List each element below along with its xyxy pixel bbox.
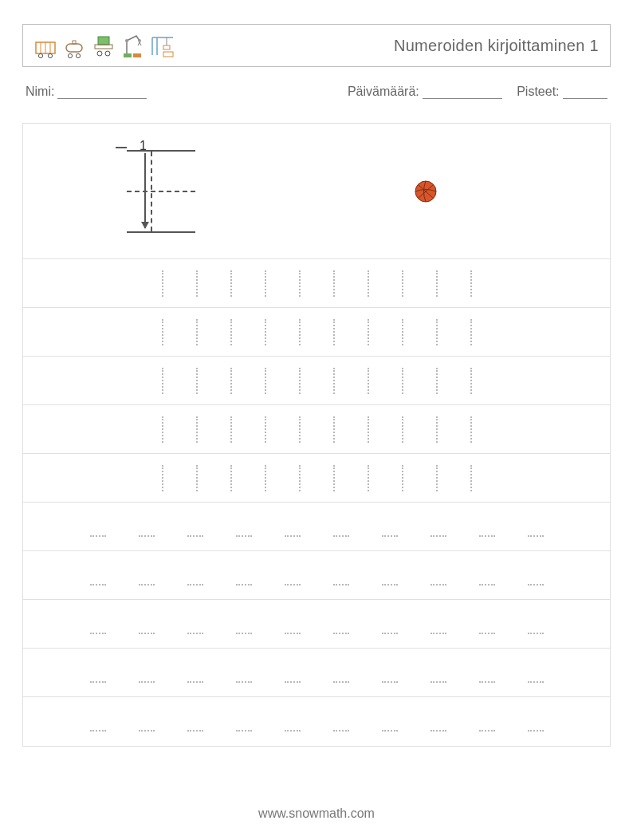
blank-write-cell[interactable] [187, 708, 203, 735]
blank-write-cell[interactable] [187, 514, 203, 540]
blank-write-cell[interactable] [139, 514, 155, 540]
trace-one-cell[interactable] [196, 319, 198, 345]
blank-write-cell[interactable] [187, 660, 203, 686]
trace-one-cell[interactable] [230, 319, 232, 345]
trace-one-cell[interactable] [162, 319, 163, 345]
trace-one-cell[interactable] [436, 319, 438, 345]
blank-write-cell[interactable] [431, 708, 446, 735]
trace-one-cell[interactable] [196, 270, 198, 297]
trace-one-cell[interactable] [402, 465, 403, 491]
blank-write-cell[interactable] [90, 514, 106, 540]
blank-write-cell[interactable] [139, 660, 155, 686]
trace-one-cell[interactable] [265, 465, 266, 491]
blank-write-cell[interactable] [187, 562, 203, 589]
blank-write-cell[interactable] [139, 562, 155, 589]
trace-one-cell[interactable] [470, 319, 472, 345]
blank-write-cell[interactable] [139, 611, 155, 637]
blank-write-cell[interactable] [528, 708, 544, 735]
trace-one-cell[interactable] [436, 368, 438, 394]
date-blank[interactable] [423, 98, 502, 99]
trace-one-cell[interactable] [230, 465, 232, 491]
blank-write-cell[interactable] [333, 708, 349, 735]
trace-one-cell[interactable] [402, 416, 403, 443]
trace-one-cell[interactable] [368, 270, 369, 297]
blank-write-cell[interactable] [431, 562, 446, 589]
blank-write-cell[interactable] [431, 611, 446, 637]
blank-write-cell[interactable] [285, 708, 301, 735]
blank-write-cell[interactable] [333, 611, 349, 637]
trace-one-cell[interactable] [265, 416, 266, 443]
blank-write-cell[interactable] [528, 562, 544, 589]
trace-one-cell[interactable] [436, 416, 438, 443]
blank-write-cell[interactable] [236, 562, 252, 589]
trace-one-cell[interactable] [299, 465, 301, 491]
blank-write-cell[interactable] [90, 660, 106, 686]
trace-one-cell[interactable] [368, 368, 369, 394]
blank-write-cell[interactable] [333, 660, 349, 686]
blank-write-cell[interactable] [333, 562, 349, 589]
blank-write-cell[interactable] [431, 660, 446, 686]
trace-one-cell[interactable] [162, 368, 163, 394]
trace-one-cell[interactable] [162, 270, 163, 297]
trace-one-cell[interactable] [230, 368, 232, 394]
trace-one-cell[interactable] [470, 270, 472, 297]
blank-write-cell[interactable] [479, 708, 495, 735]
trace-one-cell[interactable] [333, 368, 335, 394]
blank-write-cell[interactable] [479, 611, 495, 637]
blank-write-cell[interactable] [90, 562, 106, 589]
blank-write-cell[interactable] [431, 514, 446, 540]
blank-write-cell[interactable] [479, 514, 495, 540]
blank-write-cell[interactable] [333, 514, 349, 540]
blank-write-cell[interactable] [139, 708, 155, 735]
trace-one-cell[interactable] [265, 319, 266, 345]
blank-write-cell[interactable] [382, 514, 398, 540]
blank-write-cell[interactable] [285, 562, 301, 589]
blank-write-cell[interactable] [236, 660, 252, 686]
trace-one-cell[interactable] [196, 368, 198, 394]
trace-one-cell[interactable] [402, 270, 403, 297]
blank-write-cell[interactable] [236, 514, 252, 540]
blank-write-cell[interactable] [90, 611, 106, 637]
trace-one-cell[interactable] [230, 270, 232, 297]
trace-one-cell[interactable] [470, 368, 472, 394]
blank-write-cell[interactable] [528, 514, 544, 540]
trace-one-cell[interactable] [368, 416, 369, 443]
trace-one-cell[interactable] [333, 465, 335, 491]
trace-one-cell[interactable] [368, 465, 369, 491]
trace-one-cell[interactable] [436, 270, 438, 297]
trace-one-cell[interactable] [402, 368, 403, 394]
score-blank[interactable] [563, 98, 607, 99]
blank-write-cell[interactable] [236, 611, 252, 637]
trace-one-cell[interactable] [470, 465, 472, 491]
trace-one-cell[interactable] [162, 416, 163, 443]
trace-one-cell[interactable] [333, 319, 335, 345]
blank-write-cell[interactable] [90, 708, 106, 735]
blank-write-cell[interactable] [236, 708, 252, 735]
blank-write-cell[interactable] [382, 611, 398, 637]
blank-write-cell[interactable] [285, 611, 301, 637]
blank-write-cell[interactable] [382, 660, 398, 686]
trace-one-cell[interactable] [299, 270, 301, 297]
name-blank[interactable] [57, 98, 147, 99]
blank-write-cell[interactable] [479, 660, 495, 686]
trace-one-cell[interactable] [162, 465, 163, 491]
blank-write-cell[interactable] [285, 514, 301, 540]
blank-write-cell[interactable] [528, 611, 544, 637]
blank-write-cell[interactable] [528, 660, 544, 686]
trace-one-cell[interactable] [333, 416, 335, 443]
trace-one-cell[interactable] [299, 319, 301, 345]
trace-one-cell[interactable] [402, 319, 403, 345]
trace-one-cell[interactable] [436, 465, 438, 491]
trace-one-cell[interactable] [368, 319, 369, 345]
trace-one-cell[interactable] [299, 416, 301, 443]
blank-write-cell[interactable] [479, 562, 495, 589]
trace-one-cell[interactable] [196, 416, 198, 443]
trace-one-cell[interactable] [333, 270, 335, 297]
trace-one-cell[interactable] [230, 416, 232, 443]
trace-one-cell[interactable] [265, 368, 266, 394]
trace-one-cell[interactable] [265, 270, 266, 297]
blank-write-cell[interactable] [285, 660, 301, 686]
blank-write-cell[interactable] [187, 611, 203, 637]
trace-one-cell[interactable] [299, 368, 301, 394]
blank-write-cell[interactable] [382, 708, 398, 735]
